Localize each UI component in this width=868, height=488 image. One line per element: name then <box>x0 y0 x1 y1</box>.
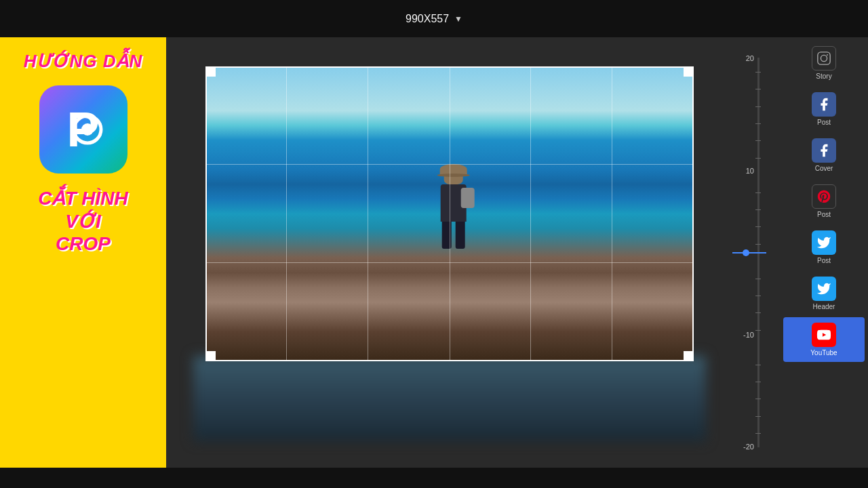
pinterest-icon <box>812 184 836 209</box>
tick-2 <box>755 89 761 89</box>
bg-blur <box>193 356 706 441</box>
person-head <box>443 169 462 184</box>
cat-hinh-text: CẮT HÌNH VỚI CROP <box>38 187 128 256</box>
tick-8 <box>755 209 761 210</box>
youtube-icon <box>812 323 836 347</box>
ruler-label-neg20: -20 <box>743 443 754 451</box>
preset-twitter-post[interactable]: Post <box>783 225 865 270</box>
preset-fb-cover-label: Cover <box>815 165 833 172</box>
preset-twitter-header-label: Header <box>813 303 835 310</box>
svg-point-2 <box>827 54 828 56</box>
tick-16 <box>755 382 761 382</box>
person-leg-right <box>455 222 465 249</box>
dropdown-arrow-icon: ▼ <box>454 14 462 24</box>
tick-12 <box>755 296 761 296</box>
person-backpack <box>460 188 474 208</box>
ruler-label-10: 10 <box>746 167 754 175</box>
preset-twitter-post-label: Post <box>817 257 831 264</box>
person-hat <box>439 164 467 175</box>
picsart-circle-inner <box>81 123 94 136</box>
preset-twitter-header[interactable]: Header <box>783 271 865 316</box>
preset-story-label: Story <box>816 73 831 80</box>
left-sidebar: HƯỚNG DẪN P CẮT HÌNH VỚI CROP <box>0 37 166 468</box>
preset-pinterest-label: Post <box>817 211 831 218</box>
tick-13 <box>755 312 761 313</box>
tick-4 <box>755 123 761 124</box>
preset-fb-cover[interactable]: Cover <box>783 133 865 178</box>
person-silhouette <box>440 169 466 249</box>
tick-15 <box>755 365 761 365</box>
tick-7 <box>755 192 761 193</box>
photo-canvas <box>205 66 694 439</box>
instagram-icon <box>812 46 836 70</box>
presets-panel: Story Post Cover <box>780 37 868 468</box>
dimension-selector[interactable]: 990X557 ▼ <box>406 13 462 25</box>
facebook-post-icon <box>812 92 836 117</box>
beach-scene <box>205 66 694 361</box>
preset-youtube-label: YouTube <box>810 349 837 357</box>
person-body <box>440 184 466 222</box>
canvas-area <box>166 37 732 468</box>
tick-3 <box>755 106 761 107</box>
preset-fb-post-label: Post <box>817 119 831 126</box>
tick-11 <box>755 279 761 279</box>
tick-14 <box>755 330 761 331</box>
dimension-label: 990X557 <box>406 13 449 25</box>
ruler-line <box>732 252 766 253</box>
huong-dan-title: HƯỚNG DẪN <box>24 51 143 72</box>
preset-youtube[interactable]: YouTube <box>783 317 865 362</box>
person-legs <box>441 222 465 249</box>
tick-1 <box>755 72 761 73</box>
picsart-logo-inner: P <box>66 105 99 154</box>
tick-6 <box>755 158 761 159</box>
person-leg-left <box>441 222 451 249</box>
preset-instagram-story[interactable]: Story <box>783 41 865 85</box>
twitter-post-icon <box>812 230 836 255</box>
tick-9 <box>755 226 761 227</box>
tick-18 <box>755 416 761 417</box>
preset-fb-post[interactable]: Post <box>783 87 865 131</box>
svg-rect-0 <box>818 52 830 64</box>
facebook-cover-icon <box>812 138 836 163</box>
bottom-bar <box>0 468 868 488</box>
ruler-label-20: 20 <box>746 54 754 62</box>
tick-19 <box>755 433 761 434</box>
scale-ruler: 20 10 -10 -20 <box>732 37 780 468</box>
tick-17 <box>755 399 761 399</box>
main-content: HƯỚNG DẪN P CẮT HÌNH VỚI CROP <box>0 37 868 468</box>
svg-point-1 <box>821 55 827 61</box>
crop-image[interactable] <box>205 66 694 361</box>
tick-10 <box>755 244 761 245</box>
tick-5 <box>755 140 761 141</box>
top-bar: 990X557 ▼ <box>0 0 868 37</box>
twitter-header-icon <box>812 277 836 301</box>
ruler-label-neg10: -10 <box>743 331 754 339</box>
picsart-logo: P <box>39 85 127 174</box>
preset-pinterest-post[interactable]: Post <box>783 179 865 224</box>
right-panel: 20 10 -10 -20 Stor <box>732 37 868 468</box>
